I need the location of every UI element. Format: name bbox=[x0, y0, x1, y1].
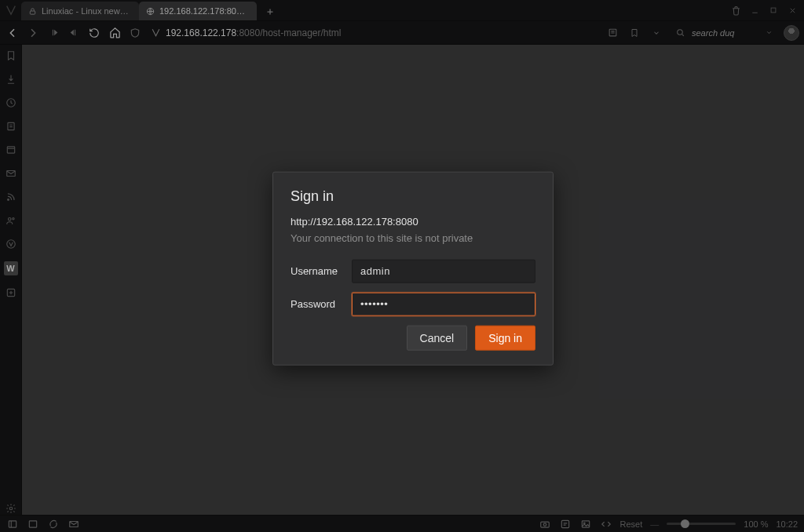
username-label: Username bbox=[291, 265, 352, 277]
devtools-icon[interactable] bbox=[600, 518, 612, 530]
chevron-down-icon[interactable] bbox=[649, 25, 664, 41]
profile-avatar[interactable] bbox=[784, 25, 799, 41]
app-logo-icon bbox=[0, 0, 21, 20]
lock-icon bbox=[27, 6, 37, 16]
capture-icon[interactable] bbox=[539, 518, 551, 530]
svg-point-10 bbox=[8, 218, 11, 221]
password-label: Password bbox=[291, 298, 352, 310]
dialog-site: http://192.168.122.178:8080 bbox=[291, 215, 535, 227]
url-host: 192.168.122.178 bbox=[166, 27, 236, 38]
svg-rect-16 bbox=[29, 520, 36, 527]
trash-icon[interactable] bbox=[730, 5, 741, 16]
bookmarks-panel-icon[interactable] bbox=[5, 49, 17, 62]
svg-point-19 bbox=[543, 523, 546, 526]
page-content: Sign in http://192.168.122.178:8080 Your… bbox=[22, 45, 804, 515]
maximize-button[interactable] bbox=[768, 5, 779, 16]
password-input[interactable] bbox=[352, 292, 535, 315]
zoom-slider-knob[interactable] bbox=[681, 519, 689, 528]
image-toggle-icon[interactable] bbox=[579, 518, 592, 530]
svg-point-9 bbox=[7, 199, 9, 201]
svg-rect-20 bbox=[561, 520, 568, 527]
reload-button[interactable] bbox=[86, 25, 102, 41]
vivaldi-panel-icon[interactable] bbox=[5, 238, 17, 250]
fastforward-button[interactable] bbox=[66, 25, 82, 41]
notes-panel-icon[interactable] bbox=[5, 120, 17, 133]
minimize-button[interactable] bbox=[749, 5, 760, 16]
toolbar-right bbox=[605, 25, 799, 41]
tab-hostmanager[interactable]: 192.168.122.178:8080/hos bbox=[139, 2, 257, 20]
svg-point-14 bbox=[9, 507, 13, 510]
signin-button[interactable]: Sign in bbox=[475, 325, 535, 350]
url-text: 192.168.122.178:8080/host-manager/html bbox=[166, 27, 342, 38]
search-icon bbox=[675, 27, 685, 38]
close-button[interactable] bbox=[787, 5, 798, 16]
status-bar: Reset — 100 % 10:22 bbox=[0, 515, 804, 532]
panel-toggle-icon[interactable] bbox=[6, 518, 19, 530]
history-panel-icon[interactable] bbox=[5, 97, 17, 109]
svg-rect-15 bbox=[9, 520, 16, 527]
window-panel-icon[interactable] bbox=[5, 144, 17, 156]
contacts-panel-icon[interactable] bbox=[5, 214, 17, 227]
mail-panel-icon[interactable] bbox=[5, 167, 17, 180]
svg-rect-2 bbox=[771, 8, 776, 13]
tiling-icon[interactable] bbox=[27, 518, 39, 530]
svg-rect-0 bbox=[30, 11, 35, 14]
tab-label: 192.168.122.178:8080/hos bbox=[159, 6, 249, 16]
page-actions-icon[interactable] bbox=[559, 518, 572, 530]
tab-strip: Linuxiac - Linux news, tuto 192.168.122.… bbox=[21, 0, 279, 20]
window-titlebar: Linuxiac - Linux news, tuto 192.168.122.… bbox=[0, 0, 804, 21]
feeds-panel-icon[interactable] bbox=[5, 191, 17, 203]
side-panel: W bbox=[0, 45, 22, 515]
back-button[interactable] bbox=[5, 25, 20, 41]
dialog-title: Sign in bbox=[291, 188, 535, 204]
rewind-button[interactable] bbox=[46, 25, 61, 41]
new-tab-button[interactable] bbox=[261, 3, 279, 20]
cancel-button[interactable]: Cancel bbox=[407, 325, 468, 350]
bookmark-icon[interactable] bbox=[627, 25, 642, 41]
shield-icon[interactable] bbox=[127, 25, 143, 41]
url-path: /host-manager/html bbox=[260, 27, 341, 38]
sync-icon[interactable] bbox=[47, 518, 60, 530]
tab-label: Linuxiac - Linux news, tuto bbox=[42, 6, 131, 16]
dialog-warning: Your connection to this site is not priv… bbox=[291, 231, 535, 243]
zoom-slider[interactable] bbox=[667, 523, 736, 525]
address-bar[interactable]: 192.168.122.178:8080/host-manager/html bbox=[148, 27, 600, 38]
clock[interactable]: 10:22 bbox=[776, 519, 798, 529]
url-port: :8080 bbox=[236, 27, 260, 38]
search-box[interactable] bbox=[671, 27, 777, 38]
add-panel-icon[interactable] bbox=[5, 286, 17, 299]
browser-toolbar: 192.168.122.178:8080/host-manager/html bbox=[0, 21, 804, 45]
search-input[interactable] bbox=[690, 27, 761, 38]
password-row: Password bbox=[291, 292, 535, 315]
globe-icon bbox=[145, 6, 155, 16]
zoom-value: 100 % bbox=[744, 519, 768, 529]
svg-rect-21 bbox=[582, 520, 589, 527]
zoom-reset[interactable]: Reset bbox=[620, 519, 643, 529]
forward-button[interactable] bbox=[25, 25, 41, 41]
downloads-panel-icon[interactable] bbox=[5, 73, 17, 86]
vivaldi-url-icon bbox=[151, 27, 161, 38]
svg-point-12 bbox=[6, 240, 15, 249]
svg-rect-18 bbox=[540, 522, 549, 527]
http-auth-dialog: Sign in http://192.168.122.178:8080 Your… bbox=[272, 171, 554, 365]
mail-status-icon[interactable] bbox=[68, 518, 80, 530]
reader-icon[interactable] bbox=[605, 25, 620, 41]
dialog-buttons: Cancel Sign in bbox=[291, 325, 535, 350]
svg-rect-7 bbox=[7, 147, 14, 153]
home-button[interactable] bbox=[107, 25, 122, 41]
username-row: Username bbox=[291, 259, 535, 282]
svg-point-11 bbox=[12, 218, 13, 220]
settings-panel-icon[interactable] bbox=[5, 502, 17, 515]
svg-point-4 bbox=[678, 30, 683, 35]
username-input[interactable] bbox=[352, 259, 535, 282]
chevron-down-icon[interactable] bbox=[766, 29, 773, 36]
tab-linuxiac[interactable]: Linuxiac - Linux news, tuto bbox=[21, 2, 139, 20]
window-controls bbox=[724, 0, 804, 20]
wikipedia-panel-icon[interactable]: W bbox=[4, 261, 18, 275]
